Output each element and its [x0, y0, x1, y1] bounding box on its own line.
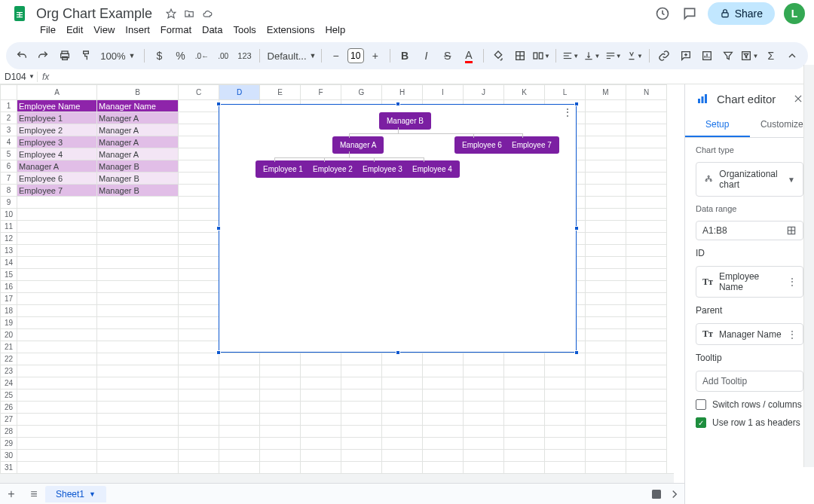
star-icon[interactable]: [166, 8, 176, 19]
cell[interactable]: [260, 353, 301, 365]
cell[interactable]: [464, 365, 504, 377]
cell[interactable]: [17, 365, 97, 377]
cell[interactable]: [423, 377, 464, 389]
column-header[interactable]: J: [464, 85, 504, 100]
increase-decimal-icon[interactable]: .00: [213, 46, 233, 66]
cell[interactable]: [17, 233, 97, 245]
cell[interactable]: [219, 402, 260, 414]
column-header[interactable]: M: [586, 85, 626, 100]
cell[interactable]: [179, 317, 219, 329]
cell[interactable]: [626, 462, 667, 474]
cell[interactable]: [626, 377, 667, 389]
text-color-icon[interactable]: A: [459, 46, 479, 66]
cell[interactable]: [464, 462, 504, 474]
cell[interactable]: Employee 6: [17, 173, 97, 185]
cell[interactable]: [97, 389, 179, 402]
cell[interactable]: [586, 245, 626, 257]
more-formats-icon[interactable]: 123: [234, 46, 254, 66]
cell[interactable]: [586, 233, 626, 245]
cell[interactable]: [179, 221, 219, 233]
explore-icon[interactable]: [650, 487, 663, 501]
cell[interactable]: [341, 365, 382, 377]
cell[interactable]: [179, 245, 219, 257]
cell[interactable]: [301, 389, 341, 402]
cell[interactable]: [179, 112, 219, 124]
cell[interactable]: [17, 221, 97, 233]
row-header[interactable]: 19: [1, 317, 17, 329]
text-rotation-icon[interactable]: ▼: [625, 46, 644, 66]
sheet-tab[interactable]: Sheet1▼: [45, 486, 106, 502]
cell[interactable]: [219, 450, 260, 462]
cell[interactable]: [17, 317, 97, 329]
horizontal-scrollbar[interactable]: [0, 473, 674, 484]
cell[interactable]: [586, 100, 626, 112]
row-header[interactable]: 16: [1, 281, 17, 293]
cell[interactable]: [504, 377, 545, 389]
row-header[interactable]: 28: [1, 426, 17, 438]
cell[interactable]: [504, 402, 545, 414]
cell[interactable]: [97, 245, 179, 257]
cell[interactable]: Employee 4: [17, 148, 97, 160]
cell[interactable]: [97, 305, 179, 317]
cell[interactable]: [382, 402, 423, 414]
collapse-toolbar-icon[interactable]: [782, 46, 802, 66]
menu-file[interactable]: File: [35, 23, 61, 39]
cell[interactable]: [179, 185, 219, 197]
cell[interactable]: [97, 293, 179, 305]
cell[interactable]: [17, 329, 97, 341]
cell[interactable]: [260, 377, 301, 389]
cell[interactable]: [97, 450, 179, 462]
cell[interactable]: [17, 281, 97, 293]
cell[interactable]: [341, 353, 382, 365]
data-range-input[interactable]: A1:B8: [696, 221, 803, 240]
cell[interactable]: [179, 365, 219, 377]
cell[interactable]: [626, 402, 667, 414]
cell[interactable]: [626, 100, 667, 112]
cell[interactable]: [423, 389, 464, 402]
cell[interactable]: [219, 353, 260, 365]
strikethrough-icon[interactable]: S: [438, 46, 457, 66]
cell[interactable]: [97, 353, 179, 365]
row-header[interactable]: 12: [1, 233, 17, 245]
cell[interactable]: [301, 414, 341, 426]
cell[interactable]: [586, 365, 626, 377]
cell[interactable]: [260, 402, 301, 414]
currency-icon[interactable]: $: [149, 46, 169, 66]
cell[interactable]: [17, 269, 97, 281]
cell[interactable]: [586, 329, 626, 341]
cell[interactable]: [219, 377, 260, 389]
cell[interactable]: Manager A: [97, 148, 179, 160]
cell[interactable]: [586, 377, 626, 389]
cell[interactable]: [97, 317, 179, 329]
cell[interactable]: [97, 221, 179, 233]
cloud-icon[interactable]: [202, 8, 213, 19]
zoom-select[interactable]: 100%▼: [97, 50, 139, 62]
comment-icon[interactable]: [681, 5, 699, 23]
column-header[interactable]: H: [382, 85, 423, 100]
cell[interactable]: [626, 438, 667, 450]
cell[interactable]: [586, 389, 626, 402]
cell[interactable]: [17, 377, 97, 389]
cell[interactable]: [545, 402, 586, 414]
use-row1-checkbox[interactable]: ✓: [696, 417, 706, 428]
side-panel-toggle-icon[interactable]: [668, 487, 681, 501]
cell[interactable]: [626, 269, 667, 281]
sheets-logo[interactable]: [11, 5, 29, 23]
cell[interactable]: Employee 7: [17, 185, 97, 197]
cell[interactable]: Employee 2: [17, 124, 97, 136]
document-title[interactable]: Org Chart Example: [33, 5, 155, 23]
cell[interactable]: [504, 450, 545, 462]
cell[interactable]: [17, 426, 97, 438]
embedded-chart[interactable]: ⋮ Manager BManager AEmployee 6Employee 7…: [219, 104, 577, 353]
decrease-decimal-icon[interactable]: .0←: [192, 46, 212, 66]
text-wrap-icon[interactable]: ▼: [604, 46, 623, 66]
cell[interactable]: [382, 389, 423, 402]
cell[interactable]: [179, 124, 219, 136]
add-tooltip-button[interactable]: Add Tooltip: [696, 371, 803, 392]
font-size-input[interactable]: [347, 48, 364, 63]
cell[interactable]: [626, 389, 667, 402]
row-header[interactable]: 8: [1, 185, 17, 197]
cell[interactable]: [219, 462, 260, 474]
menu-view[interactable]: View: [88, 23, 120, 39]
cell[interactable]: [423, 450, 464, 462]
